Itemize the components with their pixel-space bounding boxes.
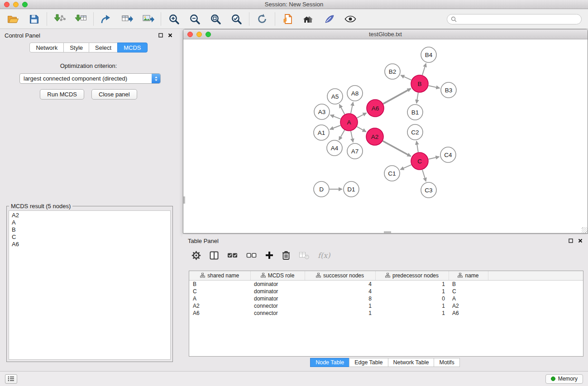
table-cell[interactable]: 4 (305, 288, 375, 295)
graph-node-A[interactable]: A (340, 114, 358, 131)
graph-node-D1[interactable]: D1 (344, 181, 359, 197)
tab-network-table[interactable]: Network Table (388, 358, 435, 367)
horizontal-scroll-indicator[interactable] (384, 231, 391, 233)
graph-edge-A-A7[interactable] (351, 131, 353, 143)
criterion-select[interactable]: largest connected component (directed) (19, 73, 161, 84)
function-builder-button[interactable]: f(x) (318, 251, 330, 260)
graph-node-C[interactable]: C (411, 152, 428, 170)
graph-edge-C-C3[interactable] (422, 170, 426, 181)
graph-edge-A-A6[interactable] (357, 113, 367, 118)
style-brush-button[interactable] (322, 12, 337, 26)
table-row[interactable]: Adominator80A (189, 295, 583, 302)
graph-edge-A-A4[interactable] (339, 130, 344, 140)
maximize-window-button[interactable] (22, 2, 28, 7)
show-hide-button[interactable] (343, 12, 358, 26)
add-row-button[interactable] (265, 251, 273, 259)
show-column-button[interactable] (210, 251, 219, 260)
table-cell[interactable]: A (449, 295, 488, 302)
graph-node-A2[interactable]: A2 (366, 128, 383, 145)
table-row[interactable]: A2connector11A2 (189, 302, 583, 310)
zoom-in-button[interactable] (166, 12, 182, 26)
graph-edge-A-A2[interactable] (357, 127, 366, 132)
export-image-button[interactable] (140, 12, 156, 26)
graph-node-B3[interactable]: B3 (441, 82, 456, 98)
table-cell[interactable]: A6 (449, 310, 488, 317)
column-header-name[interactable]: name (449, 271, 488, 280)
table-cell[interactable]: C (449, 288, 488, 295)
graph-node-A4[interactable]: A4 (327, 140, 342, 156)
tab-node-table[interactable]: Node Table (310, 358, 349, 367)
minimize-window-button[interactable] (13, 2, 19, 7)
table-cell[interactable]: 1 (375, 288, 449, 295)
import-network-button[interactable] (52, 12, 67, 26)
table-cell[interactable]: dominator (250, 280, 305, 288)
tab-edge-table[interactable]: Edge Table (349, 358, 388, 367)
graph-edge-C-C4[interactable] (429, 157, 440, 159)
graph-node-C3[interactable]: C3 (421, 182, 436, 198)
graph-node-B4[interactable]: B4 (421, 47, 436, 62)
delete-table-button[interactable] (299, 251, 309, 259)
graph-edge-B-B3[interactable] (429, 86, 440, 88)
table-cell[interactable]: A (189, 295, 250, 302)
float-table-panel-icon[interactable] (569, 238, 573, 243)
graph-node-C2[interactable]: C2 (407, 124, 423, 140)
close-panel-button[interactable]: Close panel (91, 89, 137, 100)
unselect-all-button[interactable] (246, 252, 257, 258)
save-session-button[interactable] (26, 12, 42, 26)
network-maximize-button[interactable] (206, 32, 211, 37)
table-cell[interactable]: 1 (305, 302, 375, 310)
table-cell[interactable]: connector (250, 302, 305, 310)
mcds-result-list[interactable]: A2ABCA6 (9, 210, 171, 360)
graph-edge-B-B2[interactable] (401, 75, 411, 80)
graph-edge-B-B4[interactable] (422, 63, 426, 75)
column-header-mcds-role[interactable]: MCDS role (250, 271, 305, 280)
network-window-titlebar[interactable]: testGlobe.txt (183, 29, 588, 39)
graph-edge-C-C2[interactable] (416, 141, 418, 152)
graph-node-B2[interactable]: B2 (385, 64, 400, 79)
network-close-button[interactable] (187, 32, 193, 37)
export-network-button[interactable] (99, 12, 114, 26)
task-history-button[interactable] (5, 374, 17, 384)
mcds-result-item[interactable]: A2 (9, 212, 170, 219)
network-minimize-button[interactable] (196, 32, 202, 37)
table-cell[interactable]: 4 (305, 280, 375, 288)
zoom-out-button[interactable] (187, 12, 202, 26)
table-cell[interactable]: connector (250, 310, 305, 317)
tab-mcds[interactable]: MCDS (117, 43, 147, 52)
zoom-fit-button[interactable] (208, 12, 223, 26)
zoom-selected-button[interactable] (229, 12, 244, 26)
tab-select[interactable]: Select (89, 43, 118, 52)
table-cell[interactable]: dominator (250, 295, 305, 302)
graph-node-A5[interactable]: A5 (327, 89, 343, 104)
table-settings-button[interactable] (191, 251, 201, 260)
table-row[interactable]: A6connector11A6 (189, 310, 583, 317)
graph-node-A1[interactable]: A1 (314, 125, 329, 140)
close-panel-icon[interactable] (168, 33, 172, 38)
table-row[interactable]: Cdominator41C (189, 288, 583, 295)
tab-network[interactable]: Network (29, 43, 64, 52)
column-header-successor-nodes[interactable]: successor nodes (305, 271, 375, 280)
graph-edge-A2-C[interactable] (383, 141, 411, 157)
export-table-button[interactable] (120, 12, 135, 26)
graph-node-A3[interactable]: A3 (314, 104, 330, 119)
table-cell[interactable]: 1 (375, 280, 449, 288)
tab-style[interactable]: Style (63, 43, 89, 52)
home-button[interactable] (301, 12, 316, 26)
table-cell[interactable]: A2 (449, 302, 488, 310)
table-cell[interactable]: B (449, 280, 488, 288)
table-cell[interactable]: 1 (375, 302, 449, 310)
select-all-button[interactable] (227, 252, 238, 258)
table-cell[interactable]: dominator (250, 288, 305, 295)
mcds-result-item[interactable]: A (9, 219, 170, 226)
table-cell[interactable]: 1 (375, 310, 449, 317)
table-row[interactable]: Bdominator41B (189, 280, 583, 288)
close-table-panel-icon[interactable] (578, 238, 583, 243)
graph-node-B1[interactable]: B1 (407, 105, 423, 120)
network-graph[interactable]: B4B2BB3A5A8A6B1A3AA1C2A2A4A7C4CC1C3DD1 (183, 39, 588, 233)
document-button[interactable] (280, 12, 296, 26)
graph-node-A7[interactable]: A7 (347, 143, 363, 159)
table-cell[interactable]: 0 (375, 295, 449, 302)
graph-node-D[interactable]: D (314, 181, 329, 197)
mcds-result-item[interactable]: A6 (9, 241, 170, 248)
network-canvas[interactable]: B4B2BB3A5A8A6B1A3AA1C2A2A4A7C4CC1C3DD1 (183, 39, 588, 233)
